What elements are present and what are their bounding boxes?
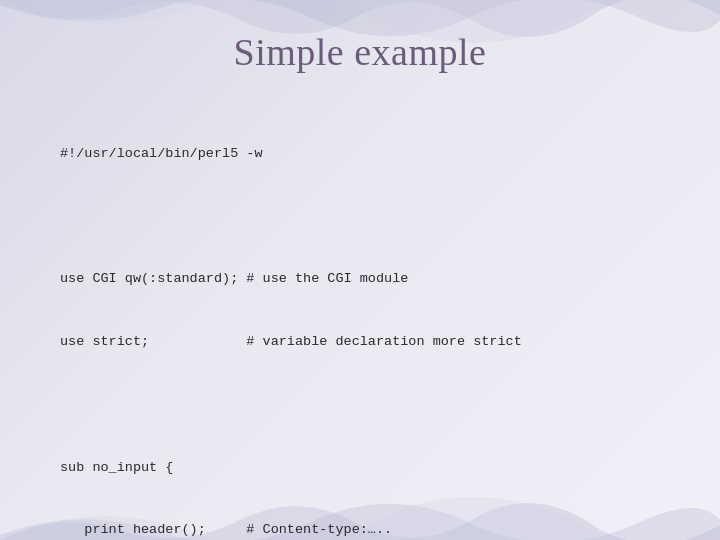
code-block: #!/usr/local/bin/perl5 -w use CGI qw(:st…	[60, 102, 522, 540]
code-line-1: #!/usr/local/bin/perl5 -w	[60, 144, 522, 165]
code-line-7: print header(); # Content-type:…..	[60, 520, 522, 540]
slide-content: Simple example #!/usr/local/bin/perl5 -w…	[0, 0, 720, 540]
code-line-2	[60, 207, 522, 228]
code-line-3: use CGI qw(:standard); # use the CGI mod…	[60, 269, 522, 290]
code-line-6: sub no_input {	[60, 458, 522, 479]
slide-title: Simple example	[60, 30, 660, 74]
code-line-5	[60, 395, 522, 416]
code-line-4: use strict; # variable declaration more …	[60, 332, 522, 353]
